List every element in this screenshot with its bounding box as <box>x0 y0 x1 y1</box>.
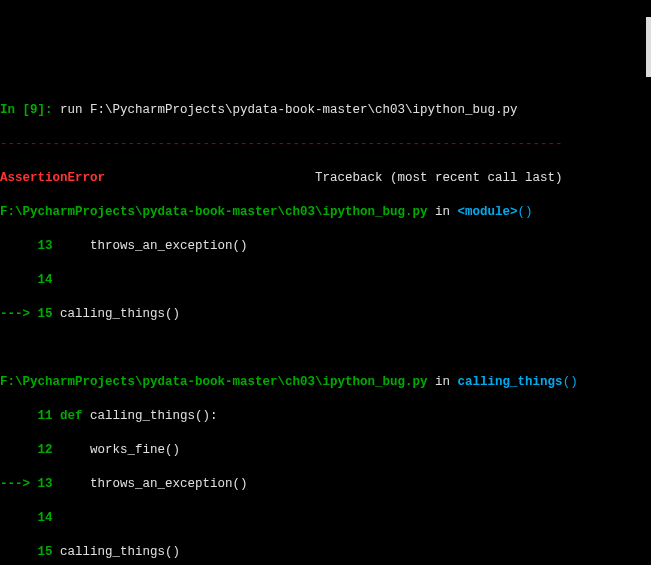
arrow: ---> <box>0 307 38 321</box>
lineno: 14 <box>0 273 53 287</box>
fn: <module> <box>458 205 518 219</box>
separator: ----------------------------------------… <box>0 136 651 153</box>
fn: calling_things <box>458 375 563 389</box>
frame1-header: F:\PycharmProjects\pydata-book-master\ch… <box>0 204 651 221</box>
lineno: 12 <box>0 443 60 457</box>
frame2-l13: ---> 13 throws_an_exception() <box>0 476 651 493</box>
prompt-num: 9 <box>30 103 38 117</box>
frame1-l14: 14 <box>0 272 651 289</box>
input-line-9: In [9]: run F:\PycharmProjects\pydata-bo… <box>0 102 651 119</box>
error-name: AssertionError <box>0 171 105 185</box>
blank <box>0 340 651 357</box>
path: F:\PycharmProjects\pydata-book-master\ch… <box>0 375 428 389</box>
frame2-l15: 15 calling_things() <box>0 544 651 561</box>
lineno: 14 <box>0 511 53 525</box>
frame2-l14: 14 <box>0 510 651 527</box>
paren: () <box>563 375 578 389</box>
traceback-label: Traceback (most recent call last) <box>315 171 563 185</box>
in: in <box>428 205 458 219</box>
prompt-close: ]: <box>38 103 61 117</box>
arrow: ---> <box>0 477 38 491</box>
code: works_fine() <box>60 443 180 457</box>
lineno: 15 <box>0 545 60 559</box>
prompt-in: In [ <box>0 103 30 117</box>
paren: () <box>518 205 533 219</box>
frame1-l13: 13 throws_an_exception() <box>0 238 651 255</box>
frame2-header: F:\PycharmProjects\pydata-book-master\ch… <box>0 374 651 391</box>
frame2-l11: 11 def calling_things(): <box>0 408 651 425</box>
code: throws_an_exception() <box>60 239 248 253</box>
code: throws_an_exception() <box>60 477 248 491</box>
scrollbar[interactable] <box>646 17 651 77</box>
code: calling_things() <box>60 307 180 321</box>
lineno: 13 <box>38 477 61 491</box>
spacer <box>105 171 315 185</box>
kw: def <box>60 409 90 423</box>
path: F:\PycharmProjects\pydata-book-master\ch… <box>0 205 428 219</box>
lineno: 15 <box>38 307 61 321</box>
in: in <box>428 375 458 389</box>
frame2-l12: 12 works_fine() <box>0 442 651 459</box>
lineno: 11 <box>0 409 60 423</box>
code: calling_things() <box>60 545 180 559</box>
frame1-l15: ---> 15 calling_things() <box>0 306 651 323</box>
command: run F:\PycharmProjects\pydata-book-maste… <box>60 103 518 117</box>
lineno: 13 <box>0 239 60 253</box>
code: calling_things(): <box>90 409 218 423</box>
traceback-header: AssertionError Traceback (most recent ca… <box>0 170 651 187</box>
